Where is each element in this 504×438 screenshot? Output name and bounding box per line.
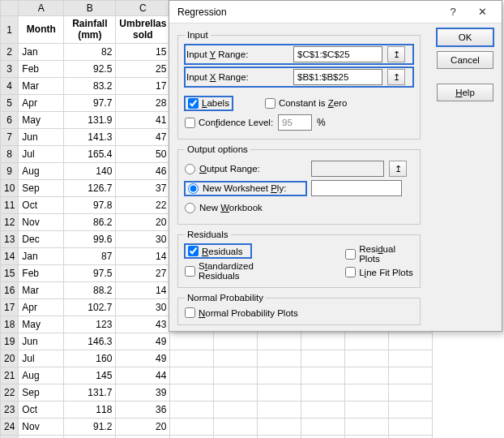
cell-B25[interactable]: 104.6 bbox=[64, 436, 116, 439]
cell-G23[interactable] bbox=[301, 402, 345, 419]
cell-I21[interactable] bbox=[389, 367, 433, 384]
cell-A11[interactable]: Oct bbox=[19, 197, 64, 214]
line-fit-plots-checkbox[interactable]: Line Fit Plots bbox=[345, 267, 413, 277]
cell-G20[interactable] bbox=[301, 350, 345, 367]
cell-F22[interactable] bbox=[258, 384, 301, 402]
cell-B1[interactable]: Rainfall(mm) bbox=[64, 16, 116, 44]
cell-C9[interactable]: 46 bbox=[116, 163, 170, 180]
cell-C8[interactable]: 50 bbox=[116, 146, 170, 163]
cell-A4[interactable]: Mar bbox=[19, 78, 64, 95]
labels-checkbox[interactable]: Labels bbox=[185, 97, 233, 110]
cell-B16[interactable]: 88.2 bbox=[64, 282, 116, 299]
cell-D20[interactable] bbox=[170, 350, 214, 367]
cell-I23[interactable] bbox=[389, 402, 433, 419]
cell-B20[interactable]: 160 bbox=[64, 350, 116, 367]
cell-B2[interactable]: 82 bbox=[64, 44, 116, 61]
std-residuals-checkbox[interactable]: Standardized Residuals bbox=[185, 261, 288, 281]
help-button[interactable]: Help bbox=[437, 84, 493, 101]
confidence-checkbox[interactable]: Confidence Level: bbox=[185, 118, 273, 128]
range-picker-icon[interactable]: ↥ bbox=[387, 69, 405, 85]
cell-H25[interactable] bbox=[345, 436, 389, 439]
cell-B15[interactable]: 97.5 bbox=[64, 265, 116, 282]
cell-G22[interactable] bbox=[301, 384, 345, 402]
cell-C24[interactable]: 20 bbox=[116, 419, 170, 436]
cell-F24[interactable] bbox=[258, 419, 301, 436]
cell-B4[interactable]: 83.2 bbox=[64, 78, 116, 95]
input-x-range[interactable] bbox=[293, 69, 382, 85]
cell-F21[interactable] bbox=[258, 367, 301, 384]
cell-G21[interactable] bbox=[301, 367, 345, 384]
cell-C22[interactable]: 39 bbox=[116, 384, 170, 402]
cell-C17[interactable]: 30 bbox=[116, 299, 170, 316]
cell-I25[interactable] bbox=[389, 436, 433, 439]
cell-B6[interactable]: 131.9 bbox=[64, 112, 116, 129]
cell-B14[interactable]: 87 bbox=[64, 248, 116, 265]
cell-C4[interactable]: 17 bbox=[116, 78, 170, 95]
cell-D21[interactable] bbox=[170, 367, 214, 384]
cell-E23[interactable] bbox=[214, 402, 258, 419]
normal-prob-checkbox[interactable]: Normal Probability Plots bbox=[185, 307, 413, 318]
cell-A18[interactable]: May bbox=[19, 316, 64, 333]
input-y-range[interactable] bbox=[293, 46, 382, 62]
cell-B5[interactable]: 97.7 bbox=[64, 95, 116, 112]
cell-A24[interactable]: Nov bbox=[19, 419, 64, 436]
cell-B10[interactable]: 126.7 bbox=[64, 180, 116, 197]
cell-B19[interactable]: 146.3 bbox=[64, 333, 116, 350]
output-range-radio[interactable]: Output Range: bbox=[185, 164, 306, 174]
cell-B3[interactable]: 92.5 bbox=[64, 61, 116, 78]
cell-C12[interactable]: 20 bbox=[116, 214, 170, 231]
cell-C19[interactable]: 49 bbox=[116, 333, 170, 350]
cell-A23[interactable]: Oct bbox=[19, 402, 64, 419]
cell-B21[interactable]: 145 bbox=[64, 367, 116, 384]
cell-A16[interactable]: Mar bbox=[19, 282, 64, 299]
cell-A6[interactable]: May bbox=[19, 112, 64, 129]
cell-A7[interactable]: Jun bbox=[19, 129, 64, 146]
cell-F20[interactable] bbox=[258, 350, 301, 367]
cell-B11[interactable]: 97.8 bbox=[64, 197, 116, 214]
cell-E19[interactable] bbox=[214, 333, 258, 350]
cell-F19[interactable] bbox=[258, 333, 301, 350]
cell-C2[interactable]: 15 bbox=[116, 44, 170, 61]
cell-C11[interactable]: 22 bbox=[116, 197, 170, 214]
cell-B17[interactable]: 102.7 bbox=[64, 299, 116, 316]
cell-E20[interactable] bbox=[214, 350, 258, 367]
cell-B8[interactable]: 165.4 bbox=[64, 146, 116, 163]
cell-C7[interactable]: 47 bbox=[116, 129, 170, 146]
cell-E25[interactable] bbox=[214, 436, 258, 439]
cell-A8[interactable]: Jul bbox=[19, 146, 64, 163]
cell-C13[interactable]: 30 bbox=[116, 231, 170, 248]
cell-C3[interactable]: 25 bbox=[116, 61, 170, 78]
cell-C25[interactable]: 32 bbox=[116, 436, 170, 439]
cell-D22[interactable] bbox=[170, 384, 214, 402]
cell-A22[interactable]: Sep bbox=[19, 384, 64, 402]
cell-I22[interactable] bbox=[389, 384, 433, 402]
cell-A5[interactable]: Apr bbox=[19, 95, 64, 112]
cell-F23[interactable] bbox=[258, 402, 301, 419]
cell-C5[interactable]: 28 bbox=[116, 95, 170, 112]
constant-zero-checkbox[interactable]: Constant is Zero bbox=[265, 98, 347, 109]
range-picker-icon[interactable]: ↥ bbox=[389, 161, 407, 177]
cell-E24[interactable] bbox=[214, 419, 258, 436]
cell-H19[interactable] bbox=[345, 333, 389, 350]
cell-B7[interactable]: 141.3 bbox=[64, 129, 116, 146]
cell-A17[interactable]: Apr bbox=[19, 299, 64, 316]
cell-B12[interactable]: 86.2 bbox=[64, 214, 116, 231]
cell-H20[interactable] bbox=[345, 350, 389, 367]
ok-button[interactable]: OK bbox=[437, 28, 493, 46]
help-icon[interactable]: ? bbox=[438, 2, 468, 22]
cell-D25[interactable] bbox=[170, 436, 214, 439]
cell-E22[interactable] bbox=[214, 384, 258, 402]
cell-G24[interactable] bbox=[301, 419, 345, 436]
cell-A1[interactable]: Month bbox=[19, 16, 64, 44]
cell-B18[interactable]: 123 bbox=[64, 316, 116, 333]
residual-plots-checkbox[interactable]: Residual Plots bbox=[345, 244, 413, 264]
cell-B22[interactable]: 131.7 bbox=[64, 384, 116, 402]
new-worksheet-radio[interactable]: New Worksheet Ply: bbox=[185, 182, 306, 195]
new-workbook-radio[interactable]: New Workbook bbox=[185, 203, 263, 213]
cell-A9[interactable]: Aug bbox=[19, 163, 64, 180]
cell-G25[interactable] bbox=[301, 436, 345, 439]
cell-C16[interactable]: 14 bbox=[116, 282, 170, 299]
cell-C15[interactable]: 27 bbox=[116, 265, 170, 282]
cell-C18[interactable]: 43 bbox=[116, 316, 170, 333]
cell-H24[interactable] bbox=[345, 419, 389, 436]
